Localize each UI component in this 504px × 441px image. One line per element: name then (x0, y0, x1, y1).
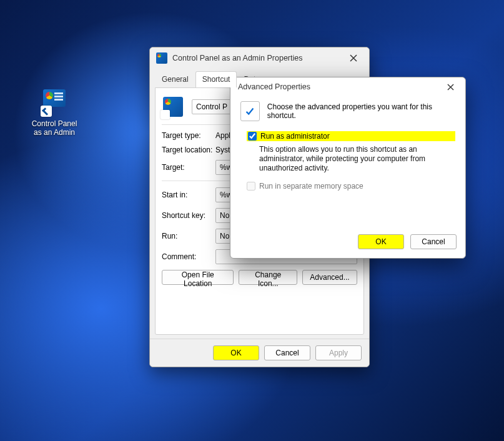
open-file-location-button[interactable]: Open File Location (162, 270, 234, 285)
desktop-background: Control Panel as an Admin Control Panel … (0, 0, 504, 441)
label-shortcut-key: Shortcut key: (162, 211, 215, 220)
label-target: Target: (162, 163, 215, 172)
cancel-button[interactable]: Cancel (264, 345, 310, 360)
run-as-admin-option[interactable]: Run as administrator (247, 131, 455, 141)
label-start-in: Start in: (162, 191, 215, 199)
close-icon (350, 54, 357, 62)
tab-general[interactable]: General (155, 71, 195, 87)
close-button[interactable] (440, 80, 460, 94)
properties-footer: OK Cancel Apply (150, 339, 369, 367)
desktop-shortcut-label: Control Panel as an Admin (29, 119, 80, 137)
run-as-admin-description: This option allows you to run this short… (259, 145, 434, 173)
apply-button[interactable]: Apply (315, 345, 362, 360)
cancel-button[interactable]: Cancel (410, 234, 457, 249)
control-panel-icon (156, 52, 167, 64)
advanced-properties-dialog: Advanced Properties Choose the advanced … (230, 77, 466, 259)
advanced-titlebar[interactable]: Advanced Properties (230, 77, 465, 96)
properties-title: Control Panel as an Admin Properties (172, 54, 342, 62)
advanced-lead-text: Choose the advanced properties you want … (267, 102, 455, 120)
run-as-admin-checkbox[interactable] (248, 132, 257, 141)
run-separate-memory-checkbox (247, 182, 255, 191)
change-icon-button[interactable]: Change Icon... (239, 270, 297, 285)
tab-shortcut[interactable]: Shortcut (195, 71, 237, 87)
ok-button[interactable]: OK (213, 345, 259, 360)
properties-titlebar[interactable]: Control Panel as an Admin Properties (150, 47, 369, 69)
desktop-shortcut-control-panel-admin[interactable]: Control Panel as an Admin (29, 89, 80, 137)
close-button[interactable] (342, 50, 365, 66)
ok-button[interactable]: OK (358, 234, 404, 249)
label-run: Run: (162, 232, 215, 240)
label-target-type: Target type: (162, 131, 215, 140)
checkmark-icon (240, 101, 260, 121)
advanced-title: Advanced Properties (238, 82, 440, 91)
label-comment: Comment: (162, 252, 215, 261)
advanced-button[interactable]: Advanced... (302, 270, 357, 285)
control-panel-icon (162, 96, 184, 118)
run-separate-memory-option: Run in separate memory space (247, 182, 455, 191)
run-separate-memory-label: Run in separate memory space (259, 182, 363, 191)
close-icon (447, 84, 454, 91)
label-target-location: Target location: (162, 146, 215, 154)
run-as-admin-label: Run as administrator (260, 132, 330, 141)
control-panel-icon (41, 89, 68, 117)
